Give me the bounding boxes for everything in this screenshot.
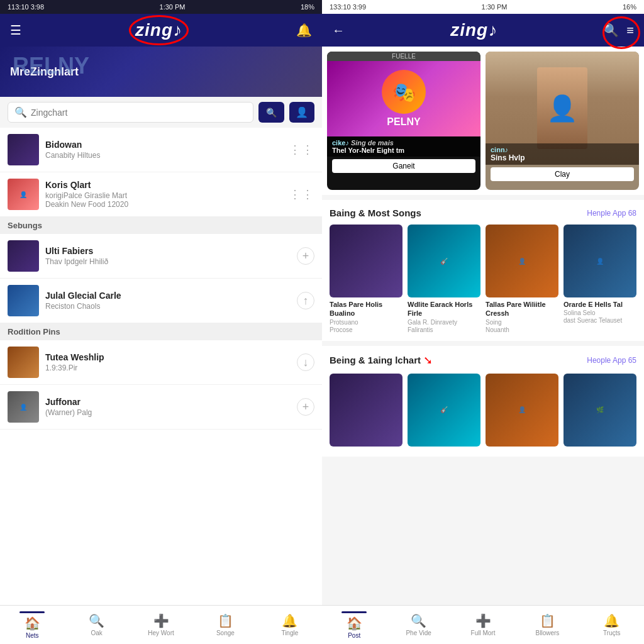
right-bell-nav-icon: 🔔 (604, 613, 619, 628)
song-artist: Thav Ipdgelr Hhilið (45, 257, 291, 266)
left-panel: 113:10 3:98 1:30 PM 18% ☰ zing♪ 🔔 RELNY … (0, 0, 322, 644)
right-search-nav-icon: 🔍 (411, 613, 426, 628)
music-card[interactable]: 👤 (486, 374, 558, 449)
music-card[interactable]: 🎸 (408, 374, 480, 449)
bell-nav-icon: 🔔 (282, 613, 297, 628)
list-item[interactable]: 👤 Juffonar (Warner) Palg + (0, 385, 322, 430)
left-header: ☰ zing♪ 🔔 (0, 14, 322, 47)
featured-card-2[interactable]: 👤 cinn♪ Sins Hvlp Clay (486, 52, 639, 190)
thumb-art: 👤 (486, 225, 558, 297)
nav-item-hey-wort[interactable]: ➕ Hey Wort (129, 606, 193, 644)
music-card[interactable]: 🎸 Wdlite Earack Horls Firle Gala R. Dinr… (408, 225, 480, 333)
music-thumb: 👤 (486, 374, 558, 447)
featured-cards: FUELLE 🎭 PELNY cike♪ Sing de mais Thel Y… (322, 47, 644, 195)
nav-item-oak[interactable]: 🔍 Oak (64, 606, 128, 644)
card-button-2[interactable]: Clay (491, 167, 634, 181)
more-options-icon[interactable]: ⋮⋮ (289, 187, 314, 201)
thumb-art: 👤 (564, 225, 636, 297)
section-header-rodition: Rodition Pins (0, 323, 322, 340)
thumb-art: 🎸 (408, 374, 480, 447)
search-input-container: 🔍 (8, 102, 253, 123)
search-bar: 🔍 🔍 👤 (0, 97, 322, 128)
search-input[interactable] (31, 108, 247, 118)
download-song-button[interactable]: ↓ (297, 353, 314, 371)
song-thumb (8, 285, 39, 316)
music-card[interactable]: 🌿 (564, 374, 636, 449)
active-bar (19, 611, 45, 613)
song-artist: korigiPalce Giraslie MartDeakin New Food… (45, 191, 283, 209)
add-song-button[interactable]: + (297, 247, 314, 265)
right-nav-item-full-mort[interactable]: ➕ Full Mort (451, 606, 515, 644)
list-item[interactable]: Julal Glecial Carle Reciston Chaols ↑ (0, 279, 322, 323)
logo-container: zing♪ (135, 20, 182, 40)
music-card[interactable]: Talas Pare Holis Bualino Protsuano Proco… (330, 225, 402, 333)
hero-title: RELNY (13, 53, 89, 79)
more-options-icon[interactable]: ⋮⋮ (289, 143, 314, 157)
music-card-title: Orarde E Hells Tal (564, 300, 636, 309)
red-arrow-icon: ➘ (423, 353, 433, 367)
thumb-art: 👤 (8, 179, 39, 210)
right-header-actions: 🔍 ≡ (603, 23, 634, 38)
music-card[interactable] (330, 374, 402, 449)
left-logo[interactable]: zing♪ (135, 20, 182, 40)
album-circle: 🎭 (382, 70, 426, 114)
left-status-center: 1:30 PM (160, 3, 186, 11)
right-nav-item-post[interactable]: 🏠 Post (322, 606, 386, 644)
music-card-title: Talas Pare Holis Bualino (330, 300, 402, 318)
song-title: Tutea Weshlip (45, 352, 291, 362)
music-card-sub: Procose (330, 326, 402, 333)
right-status-center: 1:30 PM (482, 3, 508, 11)
section-title-row-2: Being & 1aing lchart ➘ Heople App 65 (330, 353, 636, 367)
hamburger-icon[interactable]: ☰ (10, 23, 21, 38)
thumb-art: 👤 (486, 374, 558, 447)
bell-icon[interactable]: 🔔 (296, 23, 312, 38)
add-song-button-2[interactable]: + (297, 398, 314, 416)
search-button[interactable]: 🔍 (258, 102, 284, 123)
card-button-1[interactable]: Ganeit (332, 159, 475, 173)
nav-item-tingle[interactable]: 🔔 Tingle (258, 606, 322, 644)
music-thumb (330, 374, 402, 447)
song-title: Julal Glecial Carle (45, 291, 291, 301)
music-card-sub: dast Suerac Telauset (564, 317, 636, 324)
section-link-2[interactable]: Heople App 65 (587, 356, 636, 365)
music-card[interactable]: 👤 Orarde E Hells Tal Solina Selo dast Su… (564, 225, 636, 333)
music-thumb (330, 225, 402, 297)
music-card-artist: Protsuano (330, 319, 402, 326)
section-header-sebungs: Sebungs (0, 217, 322, 234)
card-title-2: Sins Hvlp (491, 153, 634, 162)
nav-item-nets[interactable]: 🏠 Nets (0, 606, 64, 644)
right-search-icon[interactable]: 🔍 (603, 23, 619, 38)
friends-button[interactable]: 👤 (289, 102, 314, 123)
upload-song-button[interactable]: ↑ (297, 292, 314, 309)
list-item[interactable]: 👤 Koris Qlart korigiPalce Giraslie MartD… (0, 172, 322, 217)
music-card-artist: Soing (486, 319, 558, 326)
back-button[interactable]: ← (332, 23, 345, 38)
list-item[interactable]: Ulti Fabiers Thav Ipdgelr Hhilið + (0, 234, 322, 279)
right-plus-nav-icon: ➕ (475, 613, 491, 628)
section-title-2: Being & 1aing lchart (330, 355, 421, 365)
right-nav-item-phe-vide[interactable]: 🔍 Phe Vide (386, 606, 450, 644)
thumb-art (330, 374, 402, 447)
list-item[interactable]: Bidowan Canabity Hiltues ⋮⋮ (0, 128, 322, 172)
left-status-bar: 113:10 3:98 1:30 PM 18% (0, 0, 322, 14)
card-sublabel-2: cinn♪ (491, 146, 634, 153)
section-link-1[interactable]: Henple App 68 (587, 209, 636, 218)
right-nav-item-tructs[interactable]: 🔔 Truçts (580, 606, 644, 644)
right-menu-icon[interactable]: ≡ (626, 23, 634, 38)
song-list: Bidowan Canabity Hiltues ⋮⋮ 👤 Koris Qlar… (0, 128, 322, 605)
list-item[interactable]: Tutea Weshlip 1.9:39.Pir ↓ (0, 340, 322, 385)
right-logo[interactable]: zing♪ (450, 20, 497, 40)
song-thumb (8, 347, 39, 378)
music-card[interactable]: 👤 Tallas Pare Wiliitle Cressh Soing Noua… (486, 225, 558, 333)
right-status-right: 16% (623, 3, 636, 11)
song-thumb: 👤 (8, 391, 39, 423)
song-thumb (8, 134, 39, 165)
section-being: Being & 1aing lchart ➘ Heople App 65 🎸 (322, 346, 644, 457)
right-nav-item-bllowers[interactable]: 📋 Bllowers (515, 606, 579, 644)
nav-item-songe[interactable]: 📋 Songe (193, 606, 257, 644)
featured-card-1[interactable]: FUELLE 🎭 PELNY cike♪ Sing de mais Thel Y… (327, 52, 480, 190)
music-thumb: 👤 (486, 225, 558, 297)
section-title-1: Baing & Most Songs (330, 208, 421, 218)
right-panel: 133:10 3:99 1:30 PM 16% ← zing♪ 🔍 ≡ FUEL… (322, 0, 644, 644)
section-baing: Baing & Most Songs Henple App 68 Talas P… (322, 200, 644, 341)
